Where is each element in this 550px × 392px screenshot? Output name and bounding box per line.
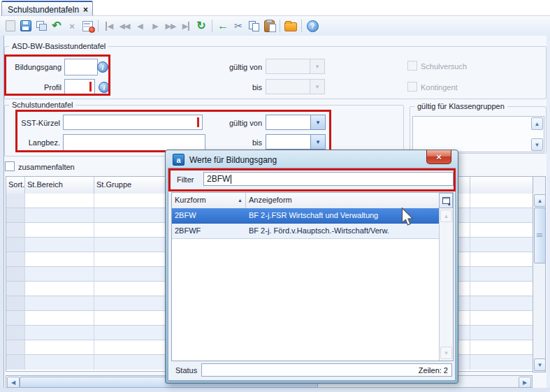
tab-close-icon[interactable]: × [83,6,88,13]
dialog-titlebar[interactable]: a Werte für Bildungsgang [173,154,277,166]
status-field: Zeilen: 2 [201,363,452,377]
toolbar-separator [301,20,302,32]
window-right-edge [547,36,550,392]
column-header-stbereich[interactable]: St.Bereich [25,177,94,194]
folder-icon[interactable] [284,19,298,33]
tab-bar: Schulstundentafeln × [0,0,550,15]
sst-kuerzel-label: SST-Kürzel [3,119,60,127]
scroll-left-icon[interactable]: ◀ [7,377,20,388]
cell-kurzform: 2BFW [172,208,246,223]
sst-kuerzel-input[interactable] [63,115,203,130]
toolbar-separator [280,20,280,32]
sst-bis-label: bis [210,138,262,147]
dialog-table-header: Kurzform ▲ Anzeigeform [172,193,440,209]
group-sst-legend: Schulstundentafel [9,101,75,109]
scroll-right-icon[interactable]: ▶ [519,377,531,388]
zusammenfalten-checkbox[interactable] [5,161,15,171]
refresh-icon[interactable]: ↻ [194,19,208,33]
scrollbar-thumb[interactable] [534,208,546,263]
vertical-scrollbar[interactable]: ▲ ▼ [533,176,546,372]
schulversuch-label: Schulversuch [421,62,484,71]
nav-last-icon[interactable]: ▶ [179,19,193,33]
mouse-cursor [401,208,414,226]
column-picker-icon[interactable] [439,193,453,208]
info-icon[interactable]: i [97,61,108,73]
nav-next-fast-icon[interactable]: ▶▶ [164,19,178,33]
delete-icon[interactable]: × [65,19,79,33]
nav-next-icon[interactable]: ▶ [148,19,162,33]
werte-dialog: a Werte für Bildungsgang × Filter 2BFW K… [165,150,458,384]
new-icon[interactable] [3,19,17,33]
chevron-down-icon: ▾ [310,59,325,74]
klassengruppen-listbox[interactable]: ▲ ▼ [412,116,544,152]
text-caret [231,175,231,184]
column-header-empty[interactable] [470,177,533,194]
form-options-icon[interactable] [80,19,94,33]
filter-input[interactable]: 2BFW [203,172,454,186]
table-row-selected[interactable]: 2BFW BF 2-j.FSR Wirtschaft und Verwaltun… [172,208,440,224]
kontingent-checkbox[interactable] [407,82,417,92]
filter-label: Filter [177,175,194,184]
nav-prev-icon[interactable]: ◀ [133,19,147,33]
scroll-up-icon[interactable]: ▲ [534,194,546,207]
column-header-kurzform[interactable]: Kurzform ▲ [172,193,246,208]
duplicate-window-icon[interactable] [34,19,48,33]
toolbar-separator [98,20,99,32]
bis-label: bis [210,83,262,92]
profil-label: Profil [3,83,61,92]
status-label: Status [175,366,197,375]
dialog-title: Werte für Bildungsgang [189,155,277,165]
klassengruppen-legend: gültig für Klassengruppen [414,102,507,110]
kontingent-label: Kontingent [421,83,484,92]
sst-gueltig-von-label: gültig von [210,119,262,127]
filter-value: 2BFW [207,174,230,184]
back-arrow-icon[interactable]: ← [216,19,230,33]
dialog-vertical-scrollbar[interactable]: ▲ ▼ [439,208,453,361]
sst-gueltig-von-select[interactable]: ▾ [266,115,326,130]
zusammenfalten-label: zusammenfalten [18,163,95,171]
scroll-down-icon[interactable]: ▼ [531,138,543,151]
dialog-close-button[interactable]: × [426,150,451,164]
schulversuch-checkbox[interactable] [407,61,417,71]
table-row[interactable]: 2BFWF BF 2-j. Förd.v.Hauptsch.-Wirtschaf… [172,224,440,239]
chevron-down-icon: ▾ [310,115,326,130]
info-icon[interactable]: i [99,82,110,93]
nav-prev-fast-icon[interactable]: ◀◀ [117,19,131,33]
bis-select[interactable]: ▾ [266,79,325,94]
tab-title: Schulstundentafeln [8,5,79,15]
group-basis-legend: ASD-BW-Basisstundentafel [9,42,108,50]
required-marker [89,82,92,92]
window-bottom-edge [0,388,550,392]
scroll-down-icon[interactable]: ▼ [440,347,452,359]
toolbar-separator [212,20,212,32]
rows-count: Zeilen: 2 [419,366,448,375]
gueltig-von-select[interactable]: ▾ [266,59,325,74]
langbez-label: Langbez. [3,138,60,147]
cell-kurzform: 2BFWF [172,224,246,238]
paste-icon[interactable] [262,19,276,33]
bildungsgang-label: Bildungsgang [3,63,61,71]
copy-icon[interactable] [247,19,261,33]
app-window: Schulstundentafeln × ↶ × ◀ ◀◀ ◀ ▶ ▶▶ ▶ ↻… [0,0,550,392]
scroll-down-icon[interactable]: ▼ [534,358,546,371]
cut-icon[interactable]: ✂ [231,19,245,33]
save-icon[interactable] [19,19,33,33]
bildungsgang-input[interactable] [64,59,98,75]
app-logo-icon: a [173,154,184,166]
scroll-up-icon[interactable]: ▲ [531,117,543,130]
help-icon[interactable]: ? [305,19,319,33]
chevron-down-icon: ▾ [310,79,325,94]
profil-input[interactable] [64,79,95,94]
undo-icon[interactable]: ↶ [50,19,64,33]
tab-schulstundentafeln[interactable]: Schulstundentafeln × [1,1,93,17]
nav-first-icon[interactable]: ◀ [102,19,116,33]
chevron-down-icon: ▾ [310,134,326,150]
required-marker [197,117,199,127]
column-header-sort[interactable]: Sort. [6,177,25,194]
sort-asc-icon: ▲ [238,198,243,203]
langbez-input[interactable] [63,134,205,151]
column-header-anzeigeform[interactable]: Anzeigeform [246,193,440,208]
scroll-up-icon[interactable]: ▲ [440,210,452,222]
sst-bis-select[interactable]: ▾ [266,134,326,150]
content-area: ASD-BW-Basisstundentafel Bildungsgang i … [0,36,550,392]
